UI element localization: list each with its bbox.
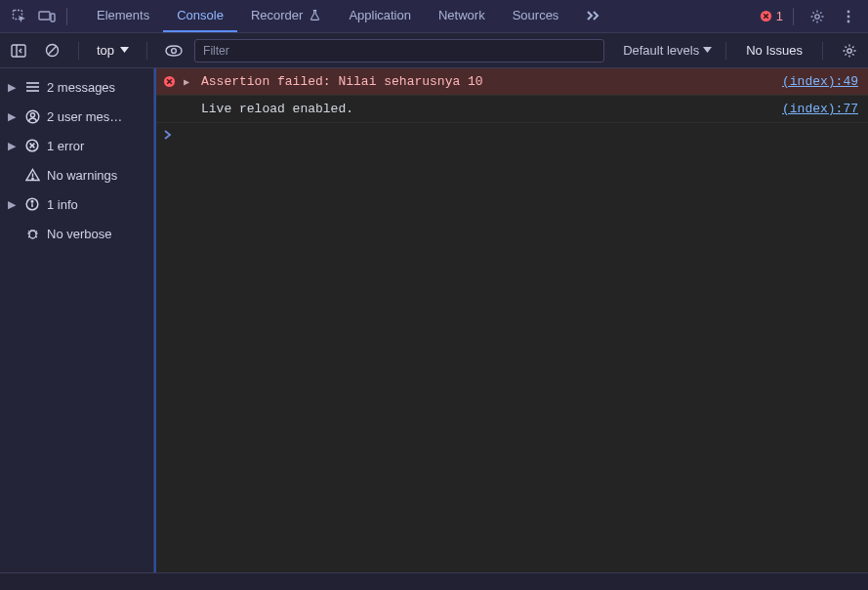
sidebar-item-label: 2 messages bbox=[47, 80, 147, 95]
log-source-link[interactable]: (index):77 bbox=[782, 102, 858, 116]
levels-label: Default levels bbox=[623, 43, 699, 58]
bug-icon bbox=[23, 227, 41, 240]
tab-label: Network bbox=[438, 8, 485, 22]
user-icon bbox=[23, 109, 41, 124]
sidebar-item-label: No warnings bbox=[47, 168, 147, 183]
chevron-right-icon: ▶ bbox=[6, 110, 18, 123]
sidebar-item-verbose[interactable]: No verbose bbox=[0, 219, 153, 248]
svg-point-24 bbox=[31, 200, 33, 202]
settings-icon[interactable] bbox=[804, 3, 831, 30]
warning-icon bbox=[23, 168, 41, 182]
chevron-right-icon bbox=[164, 130, 172, 140]
chevron-right-icon[interactable]: ▶ bbox=[184, 76, 193, 88]
sidebar-item-label: 1 error bbox=[47, 139, 147, 153]
svg-rect-2 bbox=[51, 14, 55, 21]
svg-point-21 bbox=[31, 178, 32, 179]
svg-point-5 bbox=[847, 10, 850, 13]
console-prompt[interactable] bbox=[156, 123, 868, 147]
issues-button[interactable]: No Issues bbox=[746, 43, 803, 58]
tab-label: Application bbox=[349, 8, 411, 22]
tab-label: Elements bbox=[97, 8, 149, 22]
filter-input[interactable] bbox=[194, 39, 604, 63]
chevron-down-icon bbox=[703, 47, 712, 54]
console-settings-icon[interactable] bbox=[837, 38, 862, 63]
tab-elements[interactable]: Elements bbox=[83, 0, 163, 32]
error-icon bbox=[23, 139, 41, 152]
status-bar bbox=[0, 572, 868, 590]
sidebar-item-label: 1 info bbox=[47, 197, 147, 212]
tab-application[interactable]: Application bbox=[335, 0, 425, 32]
clear-console-icon[interactable] bbox=[39, 38, 64, 63]
log-message: Assertion failed: Nilai seharusnya 10 bbox=[201, 74, 774, 89]
panel-tabs: Elements Console Recorder Application Ne… bbox=[83, 0, 615, 32]
context-label: top bbox=[97, 43, 114, 58]
error-icon bbox=[162, 75, 176, 88]
flask-icon bbox=[309, 9, 321, 21]
issues-label: No Issues bbox=[746, 43, 803, 58]
chevron-right-icon: ▶ bbox=[6, 198, 18, 211]
chevron-double-right-icon bbox=[586, 10, 601, 21]
sidebar-item-warnings[interactable]: No warnings bbox=[0, 160, 153, 190]
svg-point-4 bbox=[815, 14, 819, 18]
sidebar-item-errors[interactable]: ▶ 1 error bbox=[0, 131, 153, 160]
live-expression-icon[interactable] bbox=[161, 38, 186, 63]
tab-label: Console bbox=[177, 8, 224, 22]
svg-point-7 bbox=[847, 20, 850, 22]
error-count-value: 1 bbox=[776, 9, 783, 23]
sidebar-item-label: 2 user mes… bbox=[47, 109, 147, 124]
message-filter-sidebar: ▶ 2 messages ▶ 2 user mes… ▶ 1 error bbox=[0, 68, 154, 572]
log-row-info[interactable]: Live reload enabled. (index):77 bbox=[156, 96, 868, 123]
svg-line-11 bbox=[48, 46, 56, 54]
log-message: Live reload enabled. bbox=[201, 102, 774, 116]
tab-label: Recorder bbox=[251, 8, 303, 22]
svg-point-6 bbox=[847, 15, 850, 18]
list-icon bbox=[23, 81, 41, 93]
inspect-element-icon[interactable] bbox=[6, 3, 33, 30]
chevron-right-icon: ▶ bbox=[6, 81, 18, 94]
svg-point-13 bbox=[847, 48, 851, 52]
error-icon bbox=[760, 10, 772, 22]
svg-rect-8 bbox=[12, 45, 25, 57]
error-count-badge[interactable]: 1 bbox=[760, 9, 783, 23]
sidebar-item-info[interactable]: ▶ 1 info bbox=[0, 190, 153, 219]
svg-point-25 bbox=[29, 231, 36, 238]
device-toolbar-icon[interactable] bbox=[33, 3, 61, 30]
tab-label: Sources bbox=[513, 8, 559, 22]
tab-sources[interactable]: Sources bbox=[499, 0, 573, 32]
tab-console[interactable]: Console bbox=[163, 0, 237, 32]
sidebar-item-user-messages[interactable]: ▶ 2 user mes… bbox=[0, 102, 153, 131]
more-menu-icon[interactable] bbox=[835, 3, 862, 30]
log-source-link[interactable]: (index):49 bbox=[782, 74, 858, 89]
chevron-right-icon: ▶ bbox=[6, 140, 18, 152]
info-icon bbox=[23, 197, 41, 211]
svg-point-12 bbox=[172, 48, 177, 53]
tabs-overflow[interactable] bbox=[572, 0, 615, 32]
toggle-sidebar-icon[interactable] bbox=[6, 38, 31, 63]
log-levels-selector[interactable]: Default levels bbox=[623, 43, 712, 58]
tab-network[interactable]: Network bbox=[425, 0, 499, 32]
svg-rect-1 bbox=[39, 12, 50, 20]
sidebar-item-label: No verbose bbox=[47, 227, 147, 241]
log-list: ▶ Assertion failed: Nilai seharusnya 10 … bbox=[154, 68, 868, 572]
sidebar-item-messages[interactable]: ▶ 2 messages bbox=[0, 72, 153, 102]
tab-recorder[interactable]: Recorder bbox=[237, 0, 335, 32]
chevron-down-icon bbox=[120, 47, 129, 54]
log-row-error[interactable]: ▶ Assertion failed: Nilai seharusnya 10 … bbox=[156, 68, 868, 96]
svg-point-18 bbox=[30, 112, 34, 116]
context-selector[interactable]: top bbox=[93, 43, 133, 58]
